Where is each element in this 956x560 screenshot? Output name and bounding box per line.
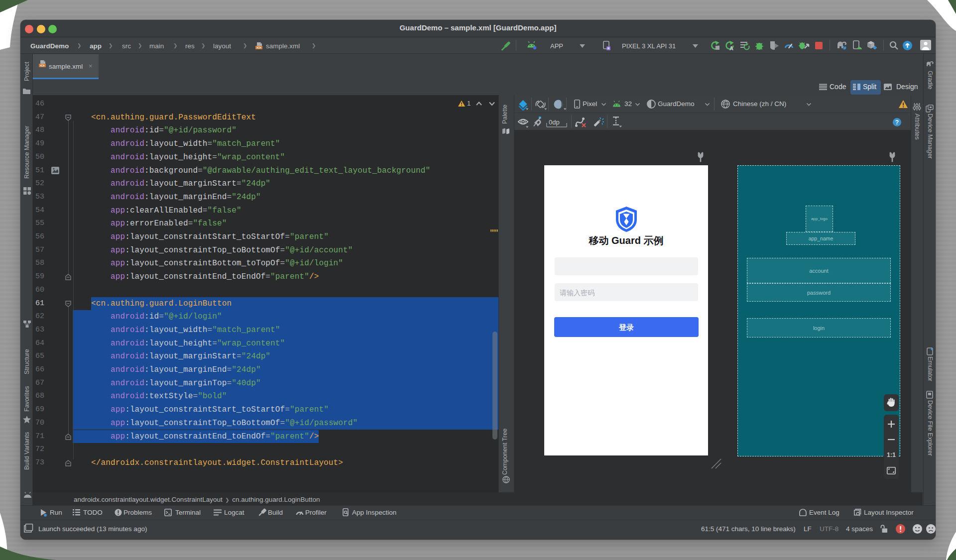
svg-text:A: A	[729, 45, 733, 51]
svg-text:<>: <>	[256, 46, 261, 50]
svg-text:<>: <>	[40, 64, 45, 68]
svg-text:?: ?	[895, 119, 899, 126]
